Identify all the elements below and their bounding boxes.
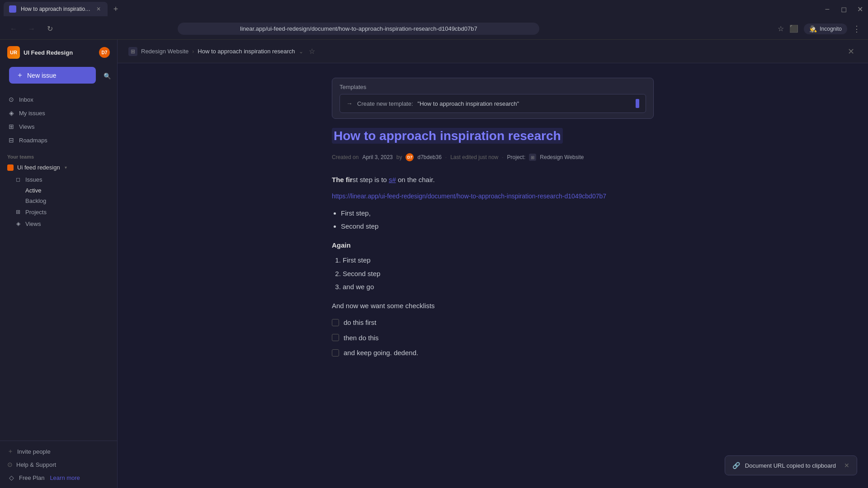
new-issue-button[interactable]: ＋ New issue (9, 67, 96, 84)
tab-actions: – ◻ ✕ (823, 5, 864, 14)
template-arrow-icon: → (346, 100, 353, 107)
breadcrumb-current[interactable]: How to approach inspiration research (198, 48, 295, 55)
project-label: Project: (507, 154, 526, 160)
created-date: April 3, 2023 (362, 154, 392, 160)
workspace-avatar: UR (7, 46, 20, 59)
reload-button[interactable]: ↻ (43, 23, 56, 35)
minimize-button[interactable]: – (823, 5, 832, 14)
user-avatar[interactable]: D7 (99, 47, 110, 58)
sidebar-bottom: ＋ Invite people ⊙ Help & Support ◇ Free … (0, 441, 117, 488)
restore-button[interactable]: ◻ (839, 5, 848, 14)
workspace-info[interactable]: UR UI Feed Redesign (7, 46, 73, 59)
template-item[interactable]: → Create new template: "How to approach … (340, 94, 646, 113)
menu-button[interactable]: ⋮ (853, 24, 861, 34)
doc-title-wrapper: How to approach inspiration research (332, 128, 654, 144)
author-name: d7bdeb36 (417, 154, 441, 160)
team-item[interactable]: Ui feed redesign ▾ (4, 161, 113, 174)
plus-icon: ＋ (16, 70, 24, 80)
meta-separator-2: · (502, 154, 503, 160)
search-icon: 🔍 (104, 73, 111, 80)
code-text[interactable]: s# (389, 176, 396, 183)
plan-icon: ◇ (7, 474, 15, 482)
doc-title[interactable]: How to approach inspiration research (332, 128, 563, 144)
checkbox-1[interactable] (332, 319, 339, 326)
sidebar: UR UI Feed Redesign D7 ＋ New issue 🔍 ⊙ I… (0, 40, 118, 488)
plain-text-2: on the chair. (396, 176, 435, 183)
close-window-button[interactable]: ✕ (855, 5, 864, 14)
incognito-label: Incognito (820, 26, 842, 32)
sidebar-item-projects[interactable]: ⊞ Projects (11, 206, 113, 218)
template-action-text: Create new template: (357, 100, 413, 107)
heading-again: Again (332, 239, 654, 251)
roadmaps-icon: ⊟ (7, 136, 15, 144)
bullet-list: First step, Second step (341, 207, 654, 232)
paragraph-1: The first step is to s# on the chair. (332, 174, 654, 186)
numbered-item-2: Second step (343, 268, 654, 280)
team-views-icon: ◈ (14, 220, 22, 227)
address-bar: ← → ↻ linear.app/ui-feed-redesign/docume… (0, 18, 868, 40)
breadcrumb-icon: ⊞ (128, 47, 137, 56)
extensions-icon[interactable]: ⬛ (789, 24, 798, 33)
projects-icon: ⊞ (14, 208, 22, 216)
search-button[interactable]: 🔍 (101, 69, 113, 84)
team-expand-icon: ▾ (65, 165, 67, 170)
new-tab-button[interactable]: + (109, 3, 122, 15)
inbox-icon: ⊙ (7, 95, 15, 103)
invite-icon: ＋ (7, 447, 14, 455)
help-icon: ⊙ (7, 461, 13, 468)
my-issues-icon: ◈ (7, 109, 15, 117)
meta-separator-1: · (445, 154, 447, 160)
checklist-item-3: and keep going. dedend. (332, 347, 654, 359)
toast-message: Document URL copied to clipboard (745, 462, 836, 469)
sidebar-item-my-issues[interactable]: ◈ My issues (4, 106, 113, 120)
star-button[interactable]: ☆ (309, 47, 315, 56)
tab-bar: How to approach inspiration res... ✕ + –… (0, 0, 868, 18)
learn-more-link[interactable]: Learn more (50, 474, 80, 481)
numbered-item-1: First step (343, 254, 654, 266)
address-right: ☆ ⬛ 🕵 Incognito ⋮ (778, 23, 861, 34)
toast-close-button[interactable]: ✕ (844, 462, 849, 469)
checkbox-3[interactable] (332, 349, 339, 357)
by-label: by (396, 154, 402, 160)
project-icon: ⊞ (529, 154, 536, 161)
checklist-item-1: do this first (332, 317, 654, 328)
views-icon: ⊞ (7, 122, 15, 131)
doc-meta: Created on April 3, 2023 by D7 d7bdeb36 … (332, 153, 654, 161)
doc-link[interactable]: https://linear.app/ui-feed-redesign/docu… (332, 191, 654, 202)
last-edited: Last edited just now (450, 154, 498, 160)
template-name-text: "How to approach inspiration research" (418, 100, 519, 107)
issue-sub-nav: Active Backlog (11, 185, 113, 206)
doc-header: ⊞ Redesign Website › How to approach ins… (118, 40, 868, 63)
project-name[interactable]: Redesign Website (540, 154, 584, 160)
bookmark-icon[interactable]: ☆ (778, 24, 784, 33)
url-bar[interactable]: linear.app/ui-feed-redesign/document/how… (178, 23, 539, 35)
doc-content: The first step is to s# on the chair. ht… (332, 174, 654, 358)
close-doc-button[interactable]: ✕ (844, 45, 857, 58)
sidebar-item-team-views[interactable]: ◈ Views (11, 218, 113, 230)
breadcrumb-project[interactable]: Redesign Website (141, 48, 189, 55)
cursor-indicator (636, 99, 639, 108)
tab-close-button[interactable]: ✕ (95, 5, 102, 13)
checkbox-2[interactable] (332, 334, 339, 341)
sidebar-item-inbox[interactable]: ⊙ Inbox (4, 93, 113, 106)
forward-button[interactable]: → (25, 23, 38, 35)
team-dot (7, 164, 14, 171)
plan-bar: ◇ Free Plan Learn more (4, 471, 113, 484)
active-tab[interactable]: How to approach inspiration res... ✕ (4, 2, 108, 16)
bullet-item-1: First step, (341, 207, 654, 219)
browser-chrome: How to approach inspiration res... ✕ + –… (0, 0, 868, 40)
help-support-button[interactable]: ⊙ Help & Support (4, 458, 113, 471)
back-button[interactable]: ← (7, 23, 20, 35)
breadcrumb-chevron-icon[interactable]: ⌄ (299, 48, 303, 55)
invite-people-button[interactable]: ＋ Invite people (4, 445, 113, 458)
sidebar-item-roadmaps[interactable]: ⊟ Roadmaps (4, 133, 113, 147)
sidebar-item-backlog[interactable]: Backlog (22, 196, 113, 206)
sidebar-item-active[interactable]: Active (22, 185, 113, 196)
app-layout: UR UI Feed Redesign D7 ＋ New issue 🔍 ⊙ I… (0, 40, 868, 488)
sidebar-item-views[interactable]: ⊞ Views (4, 120, 113, 133)
plain-text-1: st step is to (353, 176, 389, 183)
sidebar-item-issues[interactable]: ◻ Issues (11, 174, 113, 185)
template-label: Templates (340, 84, 646, 90)
toast-notification: 🔗 Document URL copied to clipboard ✕ (725, 455, 857, 475)
numbered-item-3: and we go (343, 281, 654, 293)
